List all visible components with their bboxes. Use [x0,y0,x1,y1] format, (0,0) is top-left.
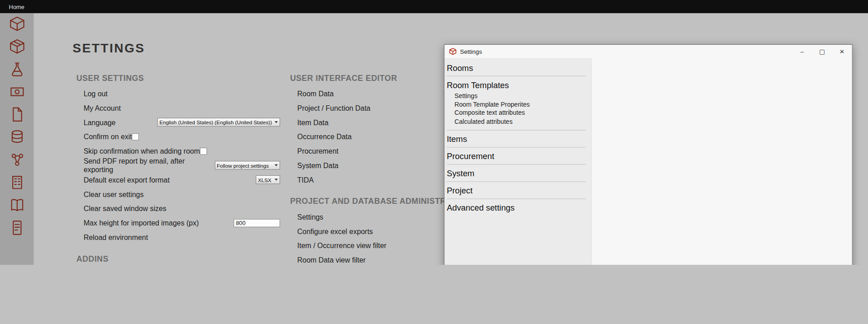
book-icon[interactable] [9,197,25,214]
dialog-nav-group: System [447,165,585,182]
setting-row: Max height for imported images (px) [76,216,280,230]
language-select[interactable]: English (United States) (English (United… [157,118,280,127]
report-icon[interactable] [9,220,25,236]
dialog-nav-group: Procurement [447,148,585,165]
dialog-nav-group: Project [447,182,585,199]
dialog-content-pane [591,58,852,265]
setting-row: Language English (United States) (Englis… [76,115,280,129]
nav-room-template-properties[interactable]: Room Template Properites [447,100,585,109]
max-image-height-input[interactable] [234,219,280,227]
excel-format-select[interactable]: XLSX [256,175,280,184]
home-menu-item[interactable]: Home [9,3,24,10]
close-button[interactable]: ✕ [832,45,852,58]
database-icon[interactable] [9,129,25,146]
nav-room-templates[interactable]: Room Templates [447,79,585,91]
clear-window-sizes-link[interactable]: Clear saved window sizes [84,204,166,212]
nav-advanced-settings[interactable]: Advanced settings [447,202,585,214]
setting-row: Clear saved window sizes [76,201,280,216]
skip-confirmation-label: Skip confirmation when adding room [84,147,200,155]
confirm-on-exit-checkbox[interactable] [132,133,139,140]
dialog-nav: Rooms Room Templates Settings Room Templ… [444,58,591,265]
setting-row: Reload environment [76,230,280,244]
excel-format-select-value: XLSX [258,177,272,183]
dialog-title: Settings [460,48,793,55]
setting-row: Send PDF report by email, after exportin… [76,158,280,173]
chevron-down-icon [274,164,278,166]
maximize-button[interactable]: ▢ [812,45,832,58]
page-title: SETTINGS [72,41,145,56]
module-sidebar [0,13,34,265]
language-label: Language [84,118,116,126]
dialog-nav-group: Room Templates Settings Room Template Pr… [447,76,585,131]
box-marker-icon[interactable] [9,84,25,100]
building-icon[interactable] [9,174,25,191]
dialog-nav-group: Items [447,131,585,148]
clear-user-settings-link[interactable]: Clear user settings [84,190,144,198]
setting-row: Skip confirmation when adding room [76,144,280,158]
nav-system[interactable]: System [447,168,585,179]
user-settings-column: USER SETTINGS Log out My Account Languag… [76,73,280,265]
nav-items[interactable]: Items [447,133,585,145]
document-icon[interactable] [9,106,25,123]
app-root: Home S [0,0,868,265]
confirm-on-exit-label: Confirm on exit [84,132,132,141]
skip-confirmation-checkbox[interactable] [200,147,207,155]
nav-room-templates-settings[interactable]: Settings [447,92,585,100]
pdf-report-select[interactable]: Follow project settings [215,161,280,170]
pdf-report-label: Send PDF report by email, after exportin… [84,157,215,174]
setting-row: My Account [76,101,280,115]
flask-icon[interactable] [9,61,25,78]
dialog-nav-group: Rooms [447,59,585,76]
language-select-value: English (United States) (English (United… [160,119,272,125]
setting-row: Default excel export format XLSX [76,173,280,187]
logout-link[interactable]: Log out [84,89,108,98]
cube-icon[interactable] [9,15,25,32]
nav-room-templates-subs: Settings Room Template Properites Compos… [447,92,585,126]
excel-format-label: Default excel export format [84,175,170,183]
my-account-link[interactable]: My Account [84,103,121,112]
pdf-report-select-value: Follow project settings [217,162,269,168]
nav-procurement[interactable]: Procurement [447,150,585,162]
chevron-down-icon [274,178,278,181]
app-logo-icon [449,47,457,55]
minimize-button[interactable]: – [792,45,812,58]
nav-composite-text-attributes[interactable]: Composite text attributes [447,109,585,117]
chevron-down-icon [274,121,278,123]
nav-project[interactable]: Project [447,185,585,197]
addins-heading: ADDINS [76,254,280,264]
nav-rooms[interactable]: Rooms [447,62,585,74]
dialog-titlebar[interactable]: Settings – ▢ ✕ [444,45,852,58]
workflow-icon[interactable] [9,151,25,168]
dialog-nav-group: Advanced settings [447,199,585,216]
setting-row: Confirm on exit [76,129,280,144]
top-menu-bar: Home [0,0,868,13]
setting-row: Log out [76,86,280,101]
user-settings-heading: USER SETTINGS [76,73,280,83]
settings-dialog: Settings – ▢ ✕ Rooms Room Templates Sett… [444,44,853,265]
cube-alt-icon[interactable] [9,38,25,55]
reload-environment-link[interactable]: Reload environment [84,233,148,241]
max-image-height-label: Max height for imported images (px) [84,219,199,227]
nav-calculated-attributes[interactable]: Calculated attributes [447,117,585,126]
dialog-body: Rooms Room Templates Settings Room Templ… [444,58,852,265]
setting-row: Clear user settings [76,187,280,202]
